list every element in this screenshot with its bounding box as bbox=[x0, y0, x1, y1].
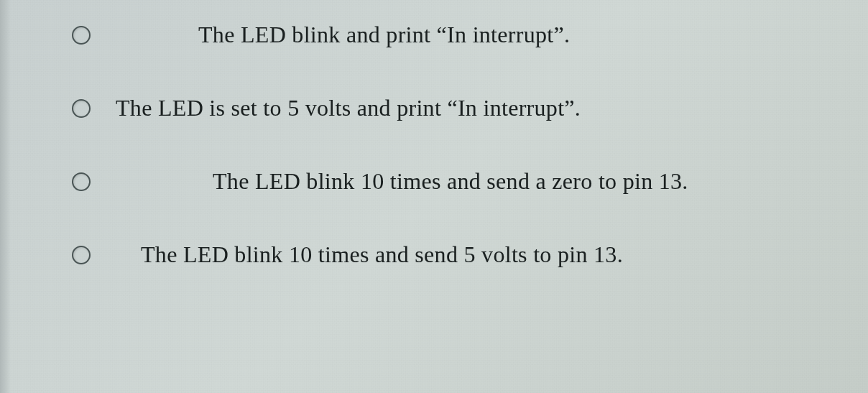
option-row-1: The LED is set to 5 volts and print “In … bbox=[72, 95, 839, 121]
option-label-1: The LED is set to 5 volts and print “In … bbox=[116, 95, 581, 121]
radio-option-1[interactable] bbox=[72, 99, 91, 118]
option-label-2: The LED blink 10 times and send a zero t… bbox=[213, 168, 688, 195]
option-row-0: The LED blink and print “In interrupt”. bbox=[72, 22, 839, 48]
radio-option-0[interactable] bbox=[72, 26, 91, 45]
option-label-0: The LED blink and print “In interrupt”. bbox=[198, 22, 570, 48]
option-row-2: The LED blink 10 times and send a zero t… bbox=[72, 168, 839, 195]
option-label-3: The LED blink 10 times and send 5 volts … bbox=[141, 241, 623, 268]
radio-option-2[interactable] bbox=[72, 172, 91, 191]
option-row-3: The LED blink 10 times and send 5 volts … bbox=[72, 241, 839, 268]
radio-option-3[interactable] bbox=[72, 246, 91, 264]
multiple-choice-options: The LED blink and print “In interrupt”. … bbox=[0, 0, 868, 290]
